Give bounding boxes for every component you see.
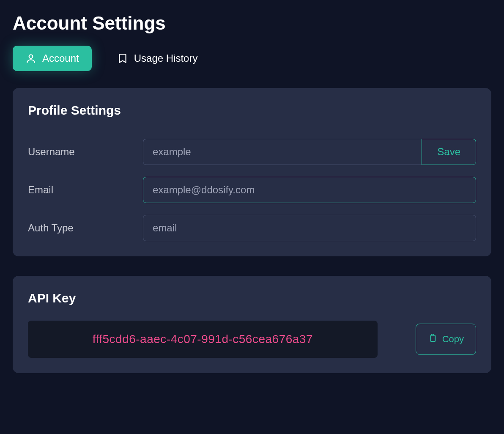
api-key-card: API Key fff5cdd6-aaec-4c07-991d-c56cea67… bbox=[13, 276, 491, 373]
svg-rect-1 bbox=[430, 335, 435, 342]
auth-type-label: Auth Type bbox=[28, 222, 143, 234]
tab-usage-history-label: Usage History bbox=[134, 52, 198, 64]
copy-button[interactable]: Copy bbox=[416, 324, 476, 355]
svg-point-0 bbox=[29, 55, 33, 58]
clipboard-icon bbox=[428, 333, 437, 345]
username-row: Username Save bbox=[28, 139, 476, 165]
api-key-title: API Key bbox=[28, 291, 476, 305]
profile-settings-card: Profile Settings Username Save Email Aut… bbox=[13, 88, 491, 256]
api-key-value: fff5cdd6-aaec-4c07-991d-c56cea676a37 bbox=[28, 321, 378, 358]
profile-settings-title: Profile Settings bbox=[28, 103, 476, 118]
save-button[interactable]: Save bbox=[422, 139, 476, 165]
email-row: Email bbox=[28, 177, 476, 203]
user-icon bbox=[25, 53, 36, 64]
tabs: Account Usage History bbox=[13, 46, 491, 71]
tab-account-label: Account bbox=[42, 52, 79, 64]
tab-account[interactable]: Account bbox=[13, 46, 92, 71]
auth-type-input bbox=[143, 215, 476, 241]
email-label: Email bbox=[28, 184, 143, 196]
page-title: Account Settings bbox=[13, 13, 491, 34]
auth-type-row: Auth Type bbox=[28, 215, 476, 241]
username-input[interactable] bbox=[143, 139, 422, 165]
tab-usage-history[interactable]: Usage History bbox=[104, 46, 211, 71]
bookmark-icon bbox=[117, 53, 128, 64]
api-key-row: fff5cdd6-aaec-4c07-991d-c56cea676a37 Cop… bbox=[28, 321, 476, 358]
copy-button-label: Copy bbox=[442, 334, 464, 345]
email-input[interactable] bbox=[143, 177, 476, 203]
username-label: Username bbox=[28, 146, 143, 158]
